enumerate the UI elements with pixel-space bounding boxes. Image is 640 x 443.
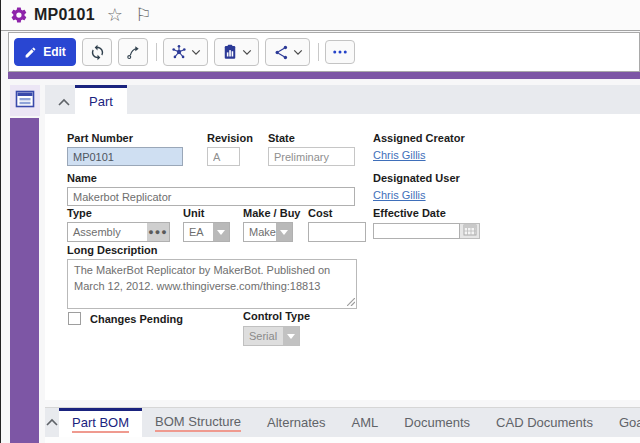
window-left-border — [0, 0, 1, 443]
tab-documents[interactable]: Documents — [391, 408, 483, 437]
accent-bar — [8, 72, 640, 79]
field-control-type: Control Type Serial — [243, 310, 300, 346]
tab-part-bom-label: Part BOM — [72, 415, 129, 433]
item-title: MP0101 — [34, 6, 95, 24]
tab-bom-structure[interactable]: BOM Structure — [142, 408, 254, 437]
tab-documents-label: Documents — [404, 415, 470, 430]
chevron-down-icon — [191, 49, 201, 56]
relationship-tab-strip: Part BOM BOM Structure Alternates AML Do… — [45, 407, 640, 437]
resize-grip-icon[interactable] — [347, 296, 355, 308]
field-revision: Revision — [207, 132, 253, 166]
effective-date-input[interactable] — [373, 223, 460, 239]
sidebar-accent-rail — [10, 118, 39, 443]
favorite-star-icon[interactable]: ☆ — [107, 6, 123, 24]
control-type-label: Control Type — [243, 310, 300, 322]
name-input[interactable] — [67, 187, 355, 206]
toolbar-separator — [156, 43, 157, 61]
field-part-number: Part Number — [67, 132, 183, 166]
control-type-value: Serial — [244, 327, 283, 345]
control-type-select[interactable]: Serial — [243, 326, 300, 346]
part-number-input[interactable] — [67, 147, 183, 166]
cost-label: Cost — [308, 207, 366, 219]
make-buy-value: Make — [244, 223, 276, 241]
tab-aml[interactable]: AML — [339, 408, 392, 437]
form-tab-strip: Part — [45, 85, 640, 114]
tab-part[interactable]: Part — [75, 85, 127, 114]
unit-select[interactable]: EA — [183, 222, 230, 242]
cost-input[interactable] — [308, 222, 366, 242]
reports-menu-button[interactable] — [214, 38, 259, 66]
sidebar-form-view-button[interactable] — [10, 85, 40, 116]
part-form: Part Number Revision State Assigned Crea… — [45, 114, 640, 400]
collapse-chevron-up-icon[interactable] — [57, 93, 73, 107]
field-type: Type Assembly ●●● — [67, 207, 170, 242]
edit-button-label: Edit — [43, 45, 66, 59]
unit-dropdown-button[interactable] — [213, 223, 229, 241]
effective-date-picker — [373, 223, 480, 239]
control-type-dropdown-button[interactable] — [283, 327, 299, 345]
field-name: Name — [67, 172, 355, 206]
field-changes-pending: Changes Pending — [68, 312, 183, 325]
field-designated-user: Designated User Chris Gillis — [373, 172, 460, 201]
collapse-chevron-up-icon[interactable] — [45, 408, 59, 437]
tab-alternates-label: Alternates — [267, 415, 326, 430]
type-label: Type — [67, 207, 170, 219]
designated-user-label: Designated User — [373, 172, 460, 184]
edit-pencil-icon — [24, 46, 37, 59]
type-picker: Assembly ●●● — [67, 222, 170, 242]
title-bar: MP0101 ☆ ⚐ — [1, 0, 640, 31]
more-icon — [331, 48, 349, 56]
calendar-icon — [463, 224, 477, 238]
chevron-down-icon — [217, 230, 225, 235]
relationship-panel-top — [45, 437, 640, 443]
type-value: Assembly — [68, 223, 147, 241]
field-state: State — [268, 132, 355, 166]
share-menu-button[interactable] — [265, 38, 310, 66]
field-cost: Cost — [308, 207, 366, 242]
flag-icon[interactable]: ⚐ — [135, 6, 151, 24]
tab-part-label: Part — [89, 94, 113, 109]
refresh-button[interactable] — [82, 38, 112, 66]
chevron-down-icon — [280, 230, 288, 235]
effective-date-label: Effective Date — [373, 207, 480, 219]
long-description-textarea[interactable]: The MakerBot Replicator by MakerBot. Pub… — [67, 259, 357, 309]
reports-icon — [221, 43, 239, 61]
structure-menu-button[interactable] — [163, 38, 208, 66]
assigned-creator-label: Assigned Creator — [373, 132, 465, 144]
chevron-down-icon — [287, 334, 295, 339]
item-window: MP0101 ☆ ⚐ Edit — [0, 0, 640, 443]
tab-alternates[interactable]: Alternates — [254, 408, 339, 437]
structure-icon — [170, 43, 188, 61]
command-toolbar: Edit — [8, 32, 640, 72]
field-long-description: Long Description The MakerBot Replicator… — [67, 244, 357, 311]
part-number-label: Part Number — [67, 132, 183, 144]
chevron-down-icon — [242, 49, 252, 56]
state-input[interactable] — [268, 147, 355, 166]
tab-goals[interactable]: Goals — [606, 408, 640, 437]
type-browse-button[interactable]: ●●● — [147, 223, 169, 241]
promote-button[interactable] — [118, 38, 148, 66]
refresh-icon — [89, 44, 106, 61]
make-buy-dropdown-button[interactable] — [276, 223, 292, 241]
edit-button[interactable]: Edit — [14, 38, 76, 66]
make-buy-select[interactable]: Make — [243, 222, 293, 242]
promote-icon — [125, 44, 142, 61]
changes-pending-checkbox[interactable] — [68, 312, 81, 325]
tab-goals-label: Goals — [619, 415, 640, 430]
tab-cad-documents[interactable]: CAD Documents — [483, 408, 606, 437]
revision-input[interactable] — [207, 147, 240, 166]
designated-user-link[interactable]: Chris Gillis — [373, 189, 426, 201]
assigned-creator-link[interactable]: Chris Gillis — [373, 149, 426, 161]
share-icon — [273, 44, 290, 61]
calendar-button[interactable] — [460, 223, 480, 239]
toolbar-separator — [318, 43, 319, 61]
chevron-down-icon — [293, 49, 303, 56]
more-actions-button[interactable] — [325, 40, 355, 64]
make-buy-label: Make / Buy — [243, 207, 293, 219]
revision-label: Revision — [207, 132, 253, 144]
field-assigned-creator: Assigned Creator Chris Gillis — [373, 132, 465, 161]
tab-aml-label: AML — [352, 415, 379, 430]
tab-part-bom[interactable]: Part BOM — [59, 408, 142, 437]
unit-label: Unit — [183, 207, 230, 219]
field-effective-date: Effective Date — [373, 207, 480, 239]
